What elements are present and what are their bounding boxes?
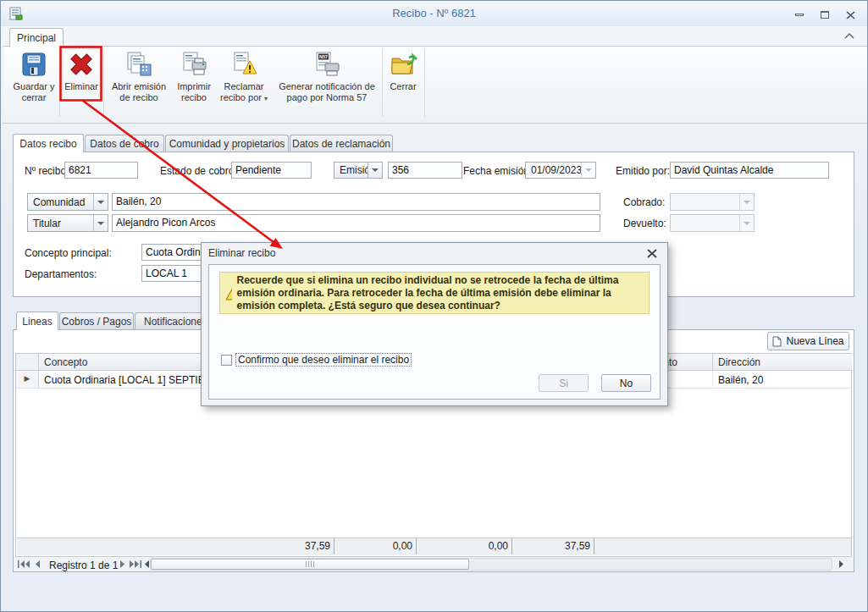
print-receipt-icon	[180, 50, 208, 79]
confirm-checkbox[interactable]	[221, 355, 232, 366]
titular-field[interactable]: Alejandro Picon Arcos	[112, 214, 600, 232]
cell-direccion[interactable]: Bailén, 20	[713, 371, 852, 389]
comunidad-field[interactable]: Bailén, 20	[112, 193, 600, 211]
claim-receipt-button[interactable]: Reclamar recibo por ▾	[217, 48, 271, 118]
chevron-down-icon[interactable]	[93, 215, 108, 231]
eliminar-recibo-dialog: Eliminar recibo Recuerde que si elimina …	[201, 242, 668, 406]
confirm-checkbox-row[interactable]: Confirmo que deseo eliminar el recibo	[221, 354, 411, 366]
devuelto-label: Devuelto:	[623, 218, 666, 229]
emitido-por-field[interactable]: David Quintas Alcalde	[670, 162, 829, 179]
titular-combo[interactable]: Titular	[27, 214, 108, 232]
close-window-button[interactable]: Cerrar	[384, 48, 422, 118]
concepto-principal-label: Concepto principal:	[25, 247, 112, 259]
total-value: 37,59	[264, 538, 334, 554]
next-record-button[interactable]	[119, 560, 125, 568]
ribbon-separator	[59, 49, 60, 117]
no-button[interactable]: No	[601, 374, 651, 392]
save-close-icon	[19, 50, 48, 79]
ribbon-button-label: Imprimir recibo	[173, 81, 215, 103]
cobrado-combo[interactable]	[670, 193, 755, 211]
warning-icon	[225, 286, 232, 300]
ribbon-button-label: Abrir emisión de recibo	[108, 81, 169, 103]
maximize-icon	[821, 11, 829, 19]
tab-datos-de-reclamacion[interactable]: Datos de reclamación	[290, 135, 393, 152]
tab-datos-recibo[interactable]: Datos recibo	[13, 134, 84, 152]
delete-icon	[67, 50, 96, 79]
svg-text:N57: N57	[319, 54, 328, 59]
row-indicator-header	[16, 354, 39, 371]
ribbon-tab-principal[interactable]: Principal	[9, 28, 64, 47]
ribbon-separator	[103, 49, 104, 117]
delete-button[interactable]: Eliminar	[64, 48, 99, 118]
cobrado-label: Cobrado:	[623, 196, 665, 208]
norma57-icon: N57	[312, 50, 341, 79]
close-icon	[647, 249, 657, 258]
ribbon-separator	[424, 49, 425, 117]
tab-comunidad-y-propietarios[interactable]: Comunidad y propietarios	[165, 135, 289, 152]
departamentos-label: Departamentos:	[25, 268, 97, 280]
norma57-button[interactable]: N57 Generar notificación de pago por Nor…	[273, 48, 381, 118]
new-page-icon	[772, 336, 782, 347]
title-bar[interactable]: Recibo - Nº 6821	[1, 1, 867, 26]
open-emission-button[interactable]: Abrir emisión de recibo	[108, 48, 169, 118]
chevron-down-icon[interactable]	[581, 163, 595, 178]
total-value: 0,00	[334, 538, 417, 554]
total-value: 37,59	[512, 538, 594, 554]
tab-lineas[interactable]: Lineas	[16, 312, 58, 330]
emitido-por-label: Emitido por:	[616, 165, 670, 177]
tab-datos-de-cobro[interactable]: Datos de cobro	[85, 135, 164, 152]
save-and-close-button[interactable]: Guardar y cerrar	[11, 48, 57, 118]
chevron-up-icon	[843, 32, 855, 39]
dialog-close-button[interactable]	[647, 249, 657, 258]
ribbon-button-label: Cerrar	[390, 81, 416, 92]
claim-receipt-icon	[229, 50, 258, 79]
numero-recibo-label: Nº recibo:	[25, 165, 69, 177]
print-receipt-button[interactable]: Imprimir recibo	[173, 48, 215, 118]
ribbon-button-label: Eliminar	[64, 81, 98, 92]
previous-record-button[interactable]	[35, 560, 41, 568]
chevron-down-icon[interactable]	[368, 163, 382, 178]
ribbon-button-label: Guardar y cerrar	[11, 81, 57, 103]
dropdown-arrow-icon: ▾	[264, 95, 268, 102]
yes-button[interactable]: Si	[539, 374, 589, 392]
close-button[interactable]	[840, 8, 860, 21]
window-title: Recibo - Nº 6821	[1, 7, 867, 19]
first-record-button[interactable]	[18, 560, 30, 568]
dialog-title: Eliminar recibo	[208, 247, 275, 259]
collapse-ribbon-button[interactable]	[843, 32, 855, 39]
devuelto-combo[interactable]	[670, 214, 755, 232]
confirm-checkbox-label[interactable]: Confirmo que deseo eliminar el recibo	[236, 354, 411, 366]
total-value: 0,00	[417, 538, 512, 554]
emision-numero-field[interactable]: 356	[388, 162, 462, 179]
scroll-left-button[interactable]	[144, 560, 150, 568]
minimize-icon	[795, 14, 804, 16]
ribbon-button-label: Generar notificación de pago por Norma 5…	[273, 81, 381, 103]
maximize-button[interactable]	[815, 8, 835, 21]
comunidad-combo[interactable]: Comunidad	[27, 193, 108, 211]
emision-combo[interactable]: Emisión	[334, 162, 383, 179]
estado-cobro-label: Estado de cobro:	[160, 165, 237, 177]
row-indicator: ▶	[16, 371, 39, 389]
scroll-right-button[interactable]	[838, 560, 844, 568]
dialog-body: Recuerde que si elimina un recibo indivi…	[208, 264, 661, 400]
chevron-down-icon	[739, 194, 754, 210]
ribbon-separator	[382, 49, 383, 117]
tab-cobros-pagos[interactable]: Cobros / Pagos	[59, 312, 134, 330]
close-folder-icon	[389, 50, 417, 79]
numero-recibo-field[interactable]: 6821	[64, 162, 138, 179]
warning-box: Recuerde que si elimina un recibo indivi…	[219, 272, 650, 314]
last-record-button[interactable]	[130, 560, 141, 568]
column-header-direccion[interactable]: Dirección	[713, 354, 852, 371]
new-line-button[interactable]: Nueva Línea	[767, 332, 849, 350]
warning-text: Recuerde que si elimina un recibo indivi…	[237, 274, 644, 312]
open-emission-icon	[124, 50, 153, 79]
ribbon-button-label: Reclamar recibo por ▾	[217, 81, 271, 104]
close-icon	[846, 11, 855, 19]
fecha-emision-label: Fecha emisión:	[463, 165, 532, 177]
fecha-emision-field[interactable]: 01/09/2023	[525, 162, 596, 179]
estado-cobro-field[interactable]: Pendiente	[231, 162, 312, 179]
record-counter: Registro 1 de 1	[49, 560, 118, 571]
minimize-button[interactable]	[789, 8, 810, 21]
horizontal-scrollbar-thumb[interactable]	[151, 559, 469, 570]
chevron-down-icon[interactable]	[93, 194, 108, 210]
